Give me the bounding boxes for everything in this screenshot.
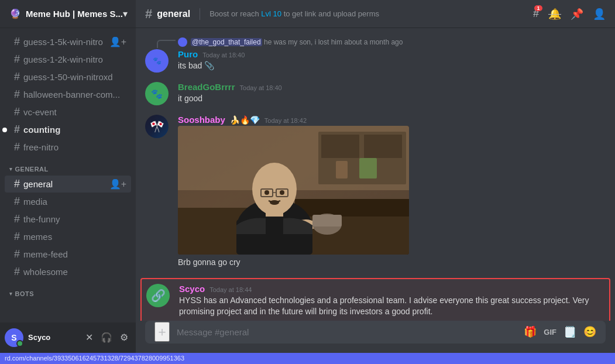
- spam-message-group: 🔗 Scyco Today at 18:44 HYSS has an Advan…: [140, 278, 610, 321]
- svg-rect-4: [321, 135, 359, 158]
- channel-item-halloween[interactable]: # halloween-banner-com...: [5, 86, 131, 103]
- hash-icon: #: [14, 141, 20, 153]
- category-general[interactable]: ▾ GENERAL: [0, 156, 136, 175]
- chevron-icon: ▾: [9, 166, 13, 172]
- message-username: Puro: [178, 49, 198, 59]
- sidebar: 🔮 Meme Hub | Memes S... ▾ # guess-1-5k-w…: [0, 0, 136, 353]
- message-header: Sooshbaby 🍌🔥💎 Today at 18:42: [178, 115, 606, 125]
- channel-name: guess-1-5k-win-nitro: [23, 37, 107, 47]
- message-image: [178, 126, 409, 255]
- messages-area: 🐾 @the_god_that_failed he was my son, i …: [136, 28, 615, 321]
- svg-rect-9: [295, 199, 409, 217]
- message-input[interactable]: [177, 321, 517, 344]
- channel-name: vc-event: [23, 107, 126, 117]
- pin-button[interactable]: 📌: [571, 8, 583, 20]
- message-group: 🐾 BreadGoBrrrr Today at 18:40 it good: [145, 82, 606, 105]
- url-bar: rd.com/channels/393350616245731328/72943…: [0, 353, 615, 364]
- channel-item-general[interactable]: # general 👤+: [5, 176, 131, 193]
- hash-icon: #: [14, 195, 20, 208]
- add-member-icon[interactable]: 👤+: [109, 36, 126, 47]
- channel-item-counting[interactable]: # counting: [5, 121, 131, 138]
- svg-rect-7: [336, 161, 348, 178]
- channel-name: media: [23, 197, 126, 207]
- user-emojis: 🍌🔥💎: [230, 115, 260, 125]
- channel-item-free-nitro[interactable]: # free-nitro: [5, 139, 131, 156]
- channel-header-name: general: [157, 9, 190, 19]
- gift-icon[interactable]: 🎁: [524, 325, 537, 338]
- username-display: Scyco: [28, 333, 77, 342]
- message-text: it good: [178, 93, 606, 105]
- channel-name: general: [23, 179, 107, 189]
- threads-button[interactable]: # 1: [533, 8, 539, 20]
- channel-item-the-funny[interactable]: # the-funny: [5, 211, 131, 228]
- channel-item-guess-1-50[interactable]: # guess-1-50-win-nitroxd: [5, 68, 131, 85]
- message-username: Scyco: [179, 284, 205, 294]
- channel-name: memes: [23, 232, 126, 242]
- add-member-icon[interactable]: 👤+: [109, 178, 126, 190]
- server-name: Meme Hub | Memes S...: [26, 9, 123, 19]
- hash-icon: #: [14, 213, 20, 225]
- header-divider: [200, 8, 200, 20]
- message-avatar: 🔗: [146, 284, 170, 307]
- url-text: rd.com/channels/393350616245731328/72943…: [5, 355, 184, 362]
- hash-icon: #: [14, 88, 20, 101]
- channel-name: free-nitro: [23, 142, 126, 152]
- server-header[interactable]: 🔮 Meme Hub | Memes S... ▾: [0, 0, 136, 28]
- spam-text: HYSS has an Advanced technologies and a …: [179, 296, 589, 317]
- channel-item-meme-feed[interactable]: # meme-feed: [5, 246, 131, 263]
- avatar-initial: S: [11, 333, 16, 342]
- notification-badge: 1: [534, 5, 542, 11]
- message-header: BreadGoBrrrr Today at 18:40: [178, 82, 606, 92]
- message-username: Sooshbaby: [178, 115, 225, 125]
- sticker-icon[interactable]: 🗒️: [564, 325, 576, 338]
- emoji-icon[interactable]: 😊: [583, 325, 596, 338]
- message-group: 🎌 Sooshbaby 🍌🔥💎 Today at 18:42: [145, 115, 606, 269]
- channel-name: meme-feed: [23, 249, 126, 259]
- svg-point-18: [280, 190, 284, 195]
- category-label: GENERAL: [15, 166, 49, 173]
- channel-name: halloween-banner-com...: [23, 90, 126, 99]
- members-icon: 👤: [593, 8, 606, 20]
- message-avatar: 🐾: [145, 82, 169, 105]
- message-text: its bad 📎: [178, 60, 606, 72]
- message-time: Today at 18:40: [240, 84, 282, 91]
- server-icon: 🔮: [9, 8, 21, 19]
- message-username: BreadGoBrrrr: [178, 82, 235, 92]
- user-avatar-wrapper: S: [5, 328, 23, 347]
- channel-header: # general Boost or reach Lvl 10 to get l…: [136, 0, 615, 28]
- settings-button[interactable]: ⚙: [117, 331, 131, 345]
- reply-avatar: [178, 37, 187, 47]
- svg-rect-6: [359, 158, 377, 178]
- chevron-down-icon: ▾: [123, 8, 128, 19]
- reply-text: he was my son, i lost him about a month …: [264, 38, 403, 46]
- hash-icon: #: [14, 71, 20, 83]
- category-bots[interactable]: ▾ BOTS: [0, 281, 136, 300]
- channel-item-wholesome[interactable]: # wholesome: [5, 263, 131, 280]
- channel-item-vc-event[interactable]: # vc-event: [5, 104, 131, 121]
- message-text: Brb gonna go cry: [178, 257, 606, 269]
- message-header: Scyco Today at 18:44: [179, 284, 604, 294]
- channel-name: guess-1-50-win-nitroxd: [23, 72, 126, 82]
- message-avatar: 🎌: [145, 115, 169, 138]
- channel-item-guess-1-2k[interactable]: # guess-1-2k-win-nitro: [5, 51, 131, 68]
- deafen-button[interactable]: 🎧: [99, 331, 114, 345]
- message-time: Today at 18:40: [202, 51, 245, 59]
- channel-list: # guess-1-5k-win-nitro 👤+ # guess-1-2k-w…: [0, 28, 136, 322]
- topic-link[interactable]: Lvl 10: [261, 9, 281, 18]
- channel-item-guess-1-5k[interactable]: # guess-1-5k-win-nitro 👤+: [5, 33, 131, 50]
- hash-icon: #: [14, 53, 20, 66]
- reply-mention: @the_god_that_failed he was my son, i lo…: [191, 38, 403, 46]
- mute-button[interactable]: ✕: [82, 331, 96, 345]
- image-svg: [178, 126, 409, 255]
- members-button[interactable]: 👤: [593, 8, 606, 20]
- gif-icon[interactable]: GIF: [544, 328, 556, 336]
- hash-icon: #: [14, 178, 20, 190]
- add-content-button[interactable]: ＋: [154, 322, 170, 342]
- message-time: Today at 18:42: [264, 117, 307, 124]
- mute-channel-button[interactable]: 🔔: [548, 8, 561, 20]
- channel-item-memes[interactable]: # memes: [5, 228, 131, 245]
- user-controls: ✕ 🎧 ⚙: [82, 331, 131, 345]
- channel-name: guess-1-2k-win-nitro: [23, 54, 126, 64]
- channel-item-media[interactable]: # media: [5, 193, 131, 210]
- channel-name: the-funny: [23, 214, 126, 224]
